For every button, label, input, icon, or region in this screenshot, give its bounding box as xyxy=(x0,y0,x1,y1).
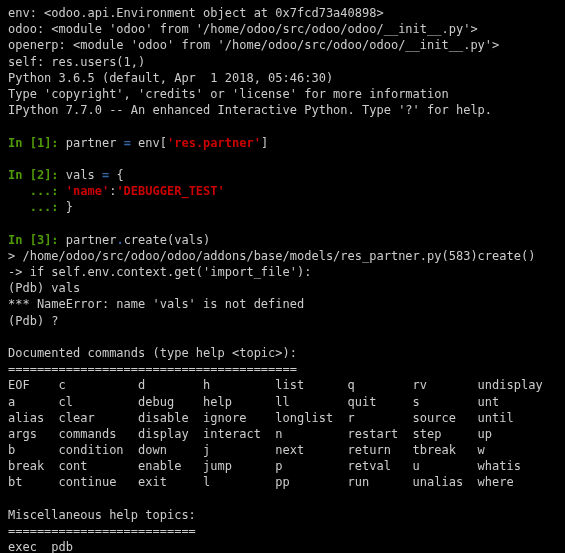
terminal[interactable]: env: <odoo.api.Environment object at 0x7… xyxy=(8,5,557,553)
string-literal: 'res.partner' xyxy=(167,136,261,150)
help-row: a cl debug help ll quit s unt xyxy=(8,395,499,409)
header-line: self: res.users(1,) xyxy=(8,55,145,69)
code-text: partner xyxy=(66,136,124,150)
prompt-in: In [ xyxy=(8,233,37,247)
misc-title: Miscellaneous help topics: xyxy=(8,508,196,522)
operator: . xyxy=(116,233,123,247)
operator: = xyxy=(124,136,131,150)
code-text: ] xyxy=(261,136,268,150)
prompt-close: ]: xyxy=(44,168,66,182)
misc-row: exec pdb xyxy=(8,540,73,553)
code-text: } xyxy=(66,200,73,214)
help-row: b condition down j next return tbreak w xyxy=(8,443,485,457)
pdb-prompt: (Pdb) vals xyxy=(8,281,80,295)
help-title: Documented commands (type help <topic>): xyxy=(8,346,297,360)
code-text: partner xyxy=(66,233,117,247)
header-line: Type 'copyright', 'credits' or 'license'… xyxy=(8,87,449,101)
code-text: { xyxy=(109,168,123,182)
header-line: IPython 7.7.0 -- An enhanced Interactive… xyxy=(8,103,492,117)
header-line: openerp: <module 'odoo' from '/home/odoo… xyxy=(8,38,499,52)
string-literal: 'DEBUGGER_TEST' xyxy=(116,184,224,198)
pdb-error: *** NameError: name 'vals' is not define… xyxy=(8,297,304,311)
header-line: Python 3.6.5 (default, Apr 1 2018, 05:46… xyxy=(8,71,333,85)
code-text: create(vals) xyxy=(124,233,211,247)
pdb-prompt: (Pdb) ? xyxy=(8,314,59,328)
prompt-cont: ...: xyxy=(8,200,66,214)
help-row: args commands display interact n restart… xyxy=(8,427,492,441)
prompt-in: In [ xyxy=(8,136,37,150)
header-line: env: <odoo.api.Environment object at 0x7… xyxy=(8,6,384,20)
misc-rule: ========================== xyxy=(8,524,196,538)
code-text: env[ xyxy=(131,136,167,150)
prompt-close: ]: xyxy=(44,136,66,150)
help-row: alias clear disable ignore longlist r so… xyxy=(8,411,514,425)
code-text: vals xyxy=(66,168,102,182)
prompt-close: ]: xyxy=(44,233,66,247)
string-literal: 'name' xyxy=(66,184,109,198)
help-row: EOF c d h list q rv undisplay xyxy=(8,378,543,392)
prompt-cont: ...: xyxy=(8,184,66,198)
header-line: odoo: <module 'odoo' from '/home/odoo/sr… xyxy=(8,22,478,36)
prompt-in: In [ xyxy=(8,168,37,182)
help-rule: ======================================== xyxy=(8,362,297,376)
help-row: break cont enable jump p retval u whatis xyxy=(8,459,521,473)
pdb-arrow: -> if self.env.context.get('import_file'… xyxy=(8,265,311,279)
help-row: bt continue exit l pp run unalias where xyxy=(8,475,514,489)
pdb-trace: > /home/odoo/src/odoo/odoo/addons/base/m… xyxy=(8,249,535,263)
